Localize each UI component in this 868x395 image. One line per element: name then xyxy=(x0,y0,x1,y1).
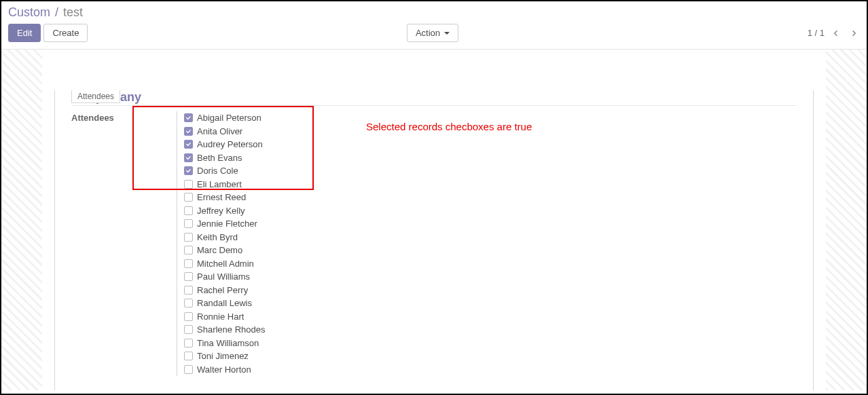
annotation-text: Selected records checboxes are true xyxy=(366,121,532,132)
attendee-name: Ernest Reed xyxy=(197,191,246,204)
attendee-name: Randall Lewis xyxy=(197,297,252,310)
attendee-checkbox[interactable] xyxy=(184,365,193,374)
attendee-row: Eli Lambert xyxy=(184,178,797,191)
chevron-left-icon xyxy=(832,29,840,37)
attendee-checkbox[interactable] xyxy=(184,325,193,334)
edit-button[interactable]: Edit xyxy=(8,24,41,42)
form-sheet: Attendees Many2many Attendees Abigail Pe… xyxy=(54,90,814,390)
attendee-name: Sharlene Rhodes xyxy=(197,323,265,337)
attendee-row: Walter Horton xyxy=(184,363,797,377)
attendee-row: Mitchell Admin xyxy=(184,257,797,271)
attendee-name: Abigail Peterson xyxy=(197,111,261,125)
attendee-checkbox[interactable] xyxy=(184,299,193,307)
attendee-row: Audrey Peterson xyxy=(184,138,797,151)
left-gutter xyxy=(1,50,42,390)
attendee-row: Ernest Reed xyxy=(184,191,797,204)
attendee-name: Audrey Peterson xyxy=(197,138,263,151)
field-label-attendees: Attendees xyxy=(71,111,177,123)
tab-attendees[interactable]: Attendees xyxy=(71,90,120,103)
breadcrumb-current: test xyxy=(63,5,83,19)
attendee-row: Toni Jimenez xyxy=(184,350,797,363)
attendee-checkbox[interactable] xyxy=(184,140,193,149)
breadcrumb-sep: / xyxy=(55,5,58,19)
right-gutter xyxy=(826,50,867,390)
attendee-row: Beth Evans xyxy=(184,151,797,165)
attendee-row: Doris Cole xyxy=(184,164,797,178)
section-title: Many2many xyxy=(71,90,797,105)
chevron-right-icon xyxy=(850,29,858,37)
attendee-row: Jennie Fletcher xyxy=(184,217,797,231)
attendee-row: Rachel Perry xyxy=(184,284,797,297)
pager-prev-button[interactable] xyxy=(830,27,842,39)
breadcrumb: Custom / test xyxy=(8,4,860,22)
attendee-name: Marc Demo xyxy=(197,244,242,257)
attendee-name: Jeffrey Kelly xyxy=(197,204,245,218)
attendee-checkbox[interactable] xyxy=(184,352,193,360)
attendee-name: Eli Lambert xyxy=(197,178,242,191)
attendee-list: Abigail PetersonAnita OliverAudrey Peter… xyxy=(177,111,797,376)
attendee-row: Randall Lewis xyxy=(184,297,797,310)
attendee-name: Mitchell Admin xyxy=(197,257,254,271)
attendee-name: Rachel Perry xyxy=(197,284,248,297)
attendee-name: Tina Williamson xyxy=(197,337,259,350)
attendee-checkbox[interactable] xyxy=(184,339,193,347)
pager-next-button[interactable] xyxy=(848,27,860,39)
attendee-checkbox[interactable] xyxy=(184,113,193,122)
attendee-row: Ronnie Hart xyxy=(184,310,797,324)
attendee-name: Paul Williams xyxy=(197,270,250,284)
attendee-name: Keith Byrd xyxy=(197,231,238,244)
attendee-checkbox[interactable] xyxy=(184,259,193,268)
attendee-name: Walter Horton xyxy=(197,363,251,377)
action-button[interactable]: Action xyxy=(407,24,458,42)
attendee-checkbox[interactable] xyxy=(184,166,193,175)
attendee-name: Anita Oliver xyxy=(197,125,242,138)
attendee-row: Paul Williams xyxy=(184,270,797,284)
attendee-checkbox[interactable] xyxy=(184,153,193,162)
attendee-row: Marc Demo xyxy=(184,244,797,257)
attendee-checkbox[interactable] xyxy=(184,286,193,295)
attendee-checkbox[interactable] xyxy=(184,233,193,242)
pager-text: 1 / 1 xyxy=(808,28,825,38)
attendee-checkbox[interactable] xyxy=(184,193,193,202)
chevron-down-icon xyxy=(444,32,450,35)
attendee-name: Toni Jimenez xyxy=(197,350,249,363)
breadcrumb-root[interactable]: Custom xyxy=(8,5,50,19)
attendee-checkbox[interactable] xyxy=(184,180,193,189)
attendee-checkbox[interactable] xyxy=(184,246,193,255)
attendee-row: Jeffrey Kelly xyxy=(184,204,797,218)
attendee-checkbox[interactable] xyxy=(184,272,193,281)
attendee-row: Keith Byrd xyxy=(184,231,797,244)
attendee-row: Tina Williamson xyxy=(184,337,797,350)
attendee-name: Jennie Fletcher xyxy=(197,217,257,231)
attendee-checkbox[interactable] xyxy=(184,127,193,136)
attendee-name: Ronnie Hart xyxy=(197,310,244,324)
attendee-checkbox[interactable] xyxy=(184,312,193,321)
attendee-row: Sharlene Rhodes xyxy=(184,323,797,337)
attendee-checkbox[interactable] xyxy=(184,219,193,228)
action-button-label: Action xyxy=(416,28,440,38)
attendee-name: Doris Cole xyxy=(197,164,238,178)
attendee-name: Beth Evans xyxy=(197,151,242,165)
create-button[interactable]: Create xyxy=(43,24,88,42)
attendee-checkbox[interactable] xyxy=(184,206,193,215)
